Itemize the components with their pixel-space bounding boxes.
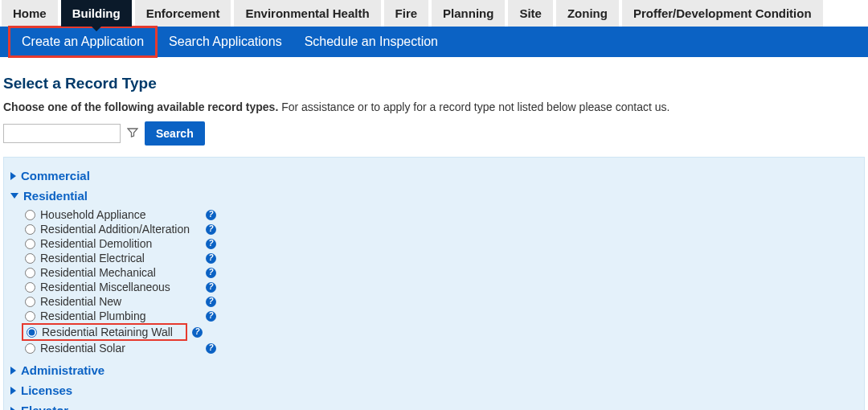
option-label: Residential Miscellaneous: [40, 280, 201, 294]
option-label: Residential Plumbing: [40, 309, 201, 323]
chevron-right-icon: [10, 367, 16, 375]
group-label: Commercial: [21, 169, 90, 182]
search-row: Search: [3, 121, 865, 146]
option-row: Residential Addition/Alteration ?: [25, 222, 858, 236]
option-row: Residential New ?: [25, 294, 858, 309]
option-label: Residential Retaining Wall: [42, 325, 173, 339]
tab-site[interactable]: Site: [508, 0, 553, 27]
option-label: Residential Mechanical: [40, 265, 201, 280]
content: Select a Record Type Choose one of the f…: [0, 57, 868, 410]
intro-bold: Choose one of the following available re…: [3, 100, 278, 113]
option-label: Residential Addition/Alteration: [40, 222, 201, 236]
option-row: Household Appliance ?: [25, 207, 858, 222]
radio-residential-solar[interactable]: [25, 343, 35, 354]
tab-environmental-health[interactable]: Environmental Health: [234, 0, 380, 27]
chevron-right-icon: [10, 407, 16, 411]
page-title: Select a Record Type: [3, 75, 865, 92]
help-icon[interactable]: ?: [206, 311, 216, 322]
group-commercial[interactable]: Commercial: [10, 166, 858, 186]
group-label: Administrative: [21, 363, 104, 377]
help-icon[interactable]: ?: [206, 253, 216, 264]
option-row: Residential Retaining Wall ?: [25, 323, 858, 341]
top-nav: Home Building Enforcement Environmental …: [0, 0, 868, 27]
group-licenses[interactable]: Licenses: [10, 380, 858, 400]
record-type-panel: Commercial Residential Household Applian…: [3, 157, 865, 410]
option-row: Residential Plumbing ?: [25, 309, 858, 323]
radio-residential-demolition[interactable]: [25, 239, 35, 249]
search-input[interactable]: [3, 124, 121, 143]
subnav-schedule-inspection[interactable]: Schedule an Inspection: [293, 28, 449, 55]
tab-enforcement[interactable]: Enforcement: [135, 0, 231, 27]
option-row: Residential Miscellaneous ?: [25, 280, 858, 294]
option-label: Residential Electrical: [40, 251, 201, 265]
group-elevator[interactable]: Elevator: [10, 400, 858, 410]
radio-residential-new[interactable]: [25, 297, 35, 307]
help-icon[interactable]: ?: [206, 282, 216, 293]
subnav-search-applications[interactable]: Search Applications: [158, 28, 293, 55]
tab-zoning[interactable]: Zoning: [556, 0, 619, 27]
residential-options: Household Appliance ? Residential Additi…: [25, 206, 858, 360]
radio-residential-plumbing[interactable]: [25, 311, 35, 322]
chevron-right-icon: [10, 387, 16, 395]
radio-household-appliance[interactable]: [25, 210, 35, 220]
group-administrative[interactable]: Administrative: [10, 360, 858, 380]
chevron-right-icon: [10, 172, 16, 180]
tab-home[interactable]: Home: [2, 0, 58, 27]
help-icon[interactable]: ?: [206, 268, 216, 278]
radio-residential-mechanical[interactable]: [25, 268, 35, 278]
option-label: Household Appliance: [40, 207, 201, 222]
intro-rest: For assistance or to apply for a record …: [278, 100, 669, 113]
radio-residential-addition[interactable]: [25, 224, 35, 235]
help-icon[interactable]: ?: [206, 297, 216, 307]
group-label: Residential: [23, 189, 88, 203]
help-icon[interactable]: ?: [206, 210, 216, 220]
group-residential[interactable]: Residential: [10, 186, 858, 206]
radio-residential-electrical[interactable]: [25, 253, 35, 264]
tab-building[interactable]: Building: [61, 0, 132, 27]
option-row: Residential Mechanical ?: [25, 265, 858, 280]
search-button[interactable]: Search: [145, 121, 205, 146]
tab-fire[interactable]: Fire: [384, 0, 429, 27]
radio-residential-misc[interactable]: [25, 282, 35, 293]
tab-planning[interactable]: Planning: [432, 0, 505, 27]
group-label: Licenses: [21, 383, 72, 397]
option-label: Residential Demolition: [40, 236, 201, 251]
help-icon[interactable]: ?: [206, 224, 216, 235]
chevron-down-icon: [10, 193, 18, 199]
help-icon[interactable]: ?: [206, 343, 216, 354]
group-label: Elevator: [21, 404, 68, 410]
option-label: Residential Solar: [40, 341, 201, 355]
option-label: Residential New: [40, 294, 201, 309]
option-row: Residential Demolition ?: [25, 236, 858, 251]
option-row: Residential Electrical ?: [25, 251, 858, 265]
filter-icon[interactable]: [127, 127, 138, 141]
tab-proffer[interactable]: Proffer/Development Condition: [622, 0, 823, 27]
option-row: Residential Solar ?: [25, 341, 858, 355]
subnav-create-application[interactable]: Create an Application: [8, 26, 158, 58]
intro-text: Choose one of the following available re…: [3, 100, 865, 113]
help-icon[interactable]: ?: [206, 239, 216, 249]
sub-nav: Create an Application Search Application…: [0, 27, 868, 57]
help-icon[interactable]: ?: [192, 327, 203, 338]
radio-residential-retaining-wall[interactable]: [27, 327, 37, 338]
